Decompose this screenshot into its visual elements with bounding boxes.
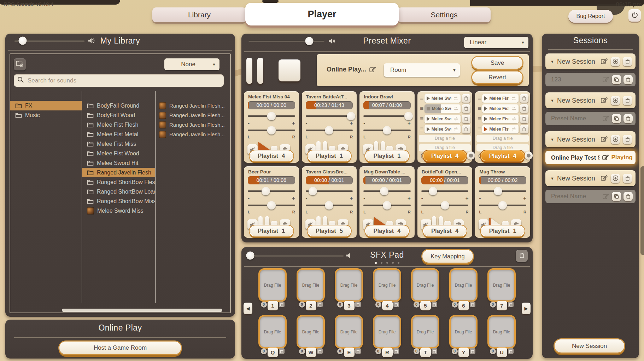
copy-preset-button[interactable] <box>612 75 621 84</box>
pan-slider[interactable]: LR <box>421 202 469 214</box>
volume-slider[interactable]: -+ <box>248 188 295 200</box>
library-file[interactable]: Ranged Javelin Flesh... <box>156 110 230 120</box>
library-filter-dropdown[interactable]: None ▼ <box>164 58 219 70</box>
sfx-pad[interactable]: Drag File <box>335 315 363 349</box>
pad-trash-button[interactable] <box>393 302 399 307</box>
library-file[interactable]: Ranged Javelin Flesh... <box>156 120 230 130</box>
pan-knob[interactable] <box>498 201 507 210</box>
volume-slider[interactable]: -+ <box>479 188 526 200</box>
collapse-caret-icon[interactable]: ▼ <box>550 98 554 103</box>
repeat-icon[interactable] <box>453 107 458 111</box>
search-input[interactable] <box>27 77 220 85</box>
collapse-caret-icon[interactable]: ▼ <box>550 137 554 142</box>
drag-handle-icon[interactable]: ≡ <box>419 126 425 132</box>
card-progress-bar[interactable]: 00:00 / 00:01 <box>421 176 469 184</box>
pan-slider[interactable]: LR <box>248 202 295 214</box>
repeat-icon[interactable] <box>453 127 458 131</box>
pan-slider[interactable]: LR <box>248 127 295 139</box>
mixer-mode-dropdown[interactable]: Linear ▼ <box>464 37 528 48</box>
pad-trash-button[interactable] <box>279 302 285 307</box>
playlist-button[interactable]: Playlist 4 <box>424 226 466 236</box>
add-preset-button[interactable] <box>611 135 620 144</box>
sfx-pad[interactable]: Drag File <box>487 268 516 302</box>
add-preset-button[interactable] <box>611 57 620 66</box>
collapse-caret-icon[interactable]: ▼ <box>550 59 554 64</box>
volume-knob[interactable] <box>494 187 502 195</box>
playlist-track-row[interactable]: ≡ Melee Swor... <box>419 125 471 133</box>
drag-handle-icon[interactable]: ≡ <box>477 106 482 111</box>
sfx-clear-button[interactable] <box>516 250 528 262</box>
stop-all-button[interactable] <box>279 59 300 81</box>
drag-file-slot[interactable]: Drag a file <box>419 135 471 142</box>
track-trash-button[interactable] <box>520 125 528 133</box>
session-preset-row[interactable]: Online Play Test Sesh Playing <box>545 151 636 164</box>
pad-trash-button[interactable] <box>355 348 361 354</box>
drag-handle-icon[interactable]: ≡ <box>419 96 425 101</box>
pan-knob[interactable] <box>441 201 449 210</box>
delete-preset-button[interactable] <box>623 114 633 123</box>
delete-session-button[interactable] <box>623 135 632 144</box>
track-trash-button[interactable] <box>462 94 470 103</box>
playlist-track-row[interactable]: ≡ Melee Fist ... <box>477 104 528 113</box>
pad-trash-button[interactable] <box>355 302 361 307</box>
volume-slider[interactable]: -+ <box>306 188 353 200</box>
pads-prev-button[interactable]: ◀ <box>244 303 252 314</box>
drag-file-slot[interactable]: Drag a file <box>476 135 529 142</box>
track-trash-button[interactable] <box>520 104 528 113</box>
sfx-pad[interactable]: Drag File <box>373 315 401 349</box>
copy-preset-button[interactable] <box>612 192 621 201</box>
tab-settings[interactable]: Settings <box>398 7 491 22</box>
card-progress-bar[interactable]: 00:00 / 00:00 <box>248 101 295 109</box>
sfx-pad[interactable]: Drag File <box>297 268 325 302</box>
delete-session-button[interactable] <box>623 57 632 66</box>
repeat-icon[interactable] <box>511 96 516 101</box>
sfx-pad[interactable]: Drag File <box>449 268 478 302</box>
pan-knob[interactable] <box>383 201 391 210</box>
volume-slider[interactable]: -+ <box>306 113 353 125</box>
track-play-icon[interactable] <box>427 107 430 110</box>
pan-knob[interactable] <box>383 126 391 134</box>
repeat-icon[interactable] <box>453 96 458 101</box>
pan-slider[interactable]: LR <box>306 127 353 139</box>
volume-knob[interactable] <box>309 187 317 195</box>
playlist-track-row[interactable]: ≡ Melee Swor... <box>419 114 471 123</box>
library-file[interactable]: Ranged Javelin Flesh... <box>156 101 230 110</box>
pause-all-bar[interactable] <box>257 58 263 84</box>
track-play-icon[interactable] <box>484 96 487 101</box>
playlist-button[interactable]: Playlist 1 <box>366 151 408 161</box>
session-header[interactable]: ▼ New Session <box>545 170 636 186</box>
sfx-pad[interactable]: Drag File <box>373 268 401 302</box>
volume-knob[interactable] <box>262 187 270 195</box>
edit-session-icon[interactable] <box>601 136 608 143</box>
playlist-track-row[interactable]: ≡ Melee Fist ... <box>477 114 528 123</box>
sfx-pad[interactable]: Drag File <box>335 268 363 302</box>
volume-knob[interactable] <box>429 187 437 195</box>
drag-handle-icon[interactable]: ≡ <box>477 126 482 132</box>
edit-session-icon[interactable] <box>601 97 608 104</box>
new-session-button[interactable]: New Session <box>555 339 624 353</box>
card-progress-bar[interactable]: 00:07 / 01:00 <box>363 101 411 109</box>
track-play-icon[interactable] <box>484 107 487 111</box>
library-subfolder[interactable]: BodyFall Ground <box>82 101 155 110</box>
sfx-pad[interactable]: Drag File <box>487 315 516 349</box>
playlist-button[interactable]: Playlist 5 <box>308 226 351 236</box>
drag-handle-icon[interactable]: ≡ <box>419 106 425 111</box>
delete-preset-button[interactable] <box>623 192 633 201</box>
pad-trash-button[interactable] <box>279 348 285 354</box>
playlist-button[interactable]: Playlist 1 <box>481 226 524 236</box>
copy-preset-button[interactable] <box>612 114 621 123</box>
edit-preset-icon[interactable] <box>602 193 609 200</box>
edit-preset-name-icon[interactable] <box>369 66 376 73</box>
key-mapping-button[interactable]: Key Mapping <box>422 250 473 263</box>
volume-knob[interactable] <box>347 112 355 120</box>
drag-file-slot[interactable]: Drag a file <box>419 144 471 151</box>
playlist-button[interactable]: Playlist 4 <box>424 151 466 161</box>
pan-knob[interactable] <box>267 126 276 134</box>
session-header[interactable]: ▼ New Session <box>545 53 636 69</box>
delete-preset-button[interactable] <box>623 75 633 84</box>
edit-session-icon[interactable] <box>601 174 608 182</box>
sfx-pad[interactable]: Drag File <box>258 315 287 349</box>
card-progress-bar[interactable]: 00:00 / 00:02 <box>479 176 526 184</box>
sfx-pad[interactable]: Drag File <box>411 268 439 302</box>
pan-knob[interactable] <box>325 201 333 210</box>
